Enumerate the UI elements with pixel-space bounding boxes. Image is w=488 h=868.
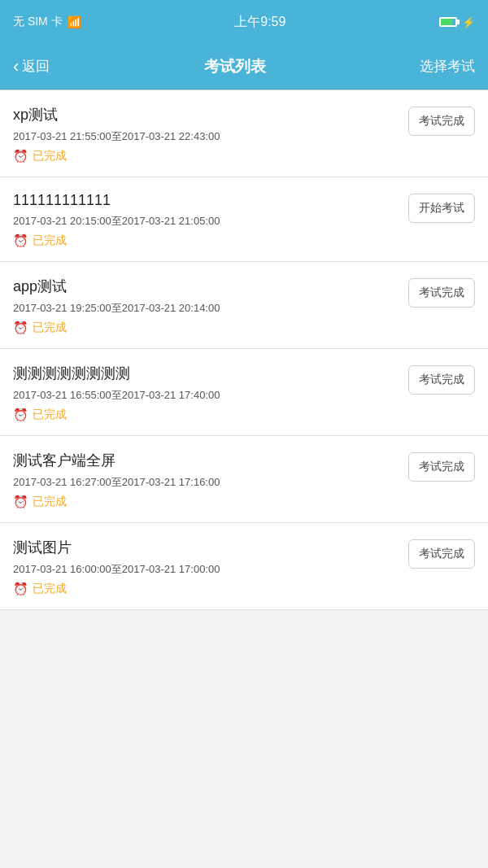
exam-done-button[interactable]: 考试完成 xyxy=(408,452,475,482)
exam-list-item: 测测测测测测测测2017-03-21 16:55:00至2017-03-21 1… xyxy=(0,349,488,436)
exam-info: 测试图片2017-03-21 16:00:00至2017-03-21 17:00… xyxy=(13,538,399,596)
exam-time-range: 2017-03-21 21:55:00至2017-03-21 22:43:00 xyxy=(13,129,399,144)
battery-fill xyxy=(441,19,452,25)
nav-title: 考试列表 xyxy=(204,56,266,77)
exam-status-text: 已完成 xyxy=(33,233,67,248)
status-bar: 无 SIM 卡 📶 上午9:59 ⚡ xyxy=(0,0,488,44)
status-right: ⚡ xyxy=(439,16,475,28)
status-time: 上午9:59 xyxy=(234,14,285,31)
exam-time-range: 2017-03-21 16:00:00至2017-03-21 17:00:00 xyxy=(13,562,399,577)
exam-time-range: 2017-03-21 16:27:00至2017-03-21 17:16:00 xyxy=(13,475,399,490)
exam-title: 测试图片 xyxy=(13,538,399,557)
exam-list-item: 测试客户端全屏2017-03-21 16:27:00至2017-03-21 17… xyxy=(0,436,488,523)
exam-status-text: 已完成 xyxy=(33,321,67,335)
exam-status: ⏰已完成 xyxy=(13,408,399,422)
exam-list-item: 1111111111112017-03-21 20:15:00至2017-03-… xyxy=(0,177,488,262)
exam-list-item: app测试2017-03-21 19:25:00至2017-03-21 20:1… xyxy=(0,262,488,349)
status-left: 无 SIM 卡 📶 xyxy=(13,15,81,29)
exam-info: 测测测测测测测测2017-03-21 16:55:00至2017-03-21 1… xyxy=(13,364,399,422)
clock-icon: ⏰ xyxy=(13,149,28,164)
exam-status-text: 已完成 xyxy=(33,582,67,596)
charging-icon: ⚡ xyxy=(462,16,475,28)
exam-status: ⏰已完成 xyxy=(13,233,399,248)
exam-status: ⏰已完成 xyxy=(13,149,399,164)
exam-time-range: 2017-03-21 20:15:00至2017-03-21 21:05:00 xyxy=(13,214,399,229)
exam-status: ⏰已完成 xyxy=(13,495,399,509)
exam-status-text: 已完成 xyxy=(33,408,67,422)
exam-title: 测测测测测测测测 xyxy=(13,364,399,383)
exam-status: ⏰已完成 xyxy=(13,582,399,596)
exam-status-text: 已完成 xyxy=(33,495,67,509)
select-exam-button[interactable]: 选择考试 xyxy=(420,57,475,76)
clock-icon: ⏰ xyxy=(13,495,28,509)
exam-status: ⏰已完成 xyxy=(13,321,399,335)
clock-icon: ⏰ xyxy=(13,233,28,248)
back-arrow-icon: ‹ xyxy=(13,58,19,76)
exam-list-item: xp测试2017-03-21 21:55:00至2017-03-21 22:43… xyxy=(0,90,488,177)
exam-time-range: 2017-03-21 19:25:00至2017-03-21 20:14:00 xyxy=(13,301,399,316)
back-button[interactable]: ‹ 返回 xyxy=(13,57,50,76)
exam-done-button[interactable]: 考试完成 xyxy=(408,539,475,569)
clock-icon: ⏰ xyxy=(13,582,28,596)
exam-info: app测试2017-03-21 19:25:00至2017-03-21 20:1… xyxy=(13,277,399,335)
nav-bar: ‹ 返回 考试列表 选择考试 xyxy=(0,44,488,89)
exam-status-text: 已完成 xyxy=(33,149,67,164)
clock-icon: ⏰ xyxy=(13,408,28,422)
exam-list-item: 测试图片2017-03-21 16:00:00至2017-03-21 17:00… xyxy=(0,523,488,610)
exam-done-button[interactable]: 考试完成 xyxy=(408,365,475,395)
exam-title: app测试 xyxy=(13,277,399,296)
exam-title: 111111111111 xyxy=(13,192,399,209)
exam-done-button[interactable]: 考试完成 xyxy=(408,107,475,136)
start-exam-button[interactable]: 开始考试 xyxy=(408,194,475,223)
battery-icon xyxy=(439,17,457,27)
exam-list: xp测试2017-03-21 21:55:00至2017-03-21 22:43… xyxy=(0,90,488,610)
exam-done-button[interactable]: 考试完成 xyxy=(408,278,475,308)
clock-icon: ⏰ xyxy=(13,321,28,335)
exam-info: 测试客户端全屏2017-03-21 16:27:00至2017-03-21 17… xyxy=(13,451,399,509)
exam-info: xp测试2017-03-21 21:55:00至2017-03-21 22:43… xyxy=(13,105,399,164)
exam-time-range: 2017-03-21 16:55:00至2017-03-21 17:40:00 xyxy=(13,388,399,403)
no-sim-text: 无 SIM 卡 xyxy=(13,15,63,29)
exam-info: 1111111111112017-03-21 20:15:00至2017-03-… xyxy=(13,192,399,248)
back-label: 返回 xyxy=(22,57,50,76)
exam-title: 测试客户端全屏 xyxy=(13,451,399,470)
wifi-icon: 📶 xyxy=(68,15,81,28)
exam-title: xp测试 xyxy=(13,105,399,124)
